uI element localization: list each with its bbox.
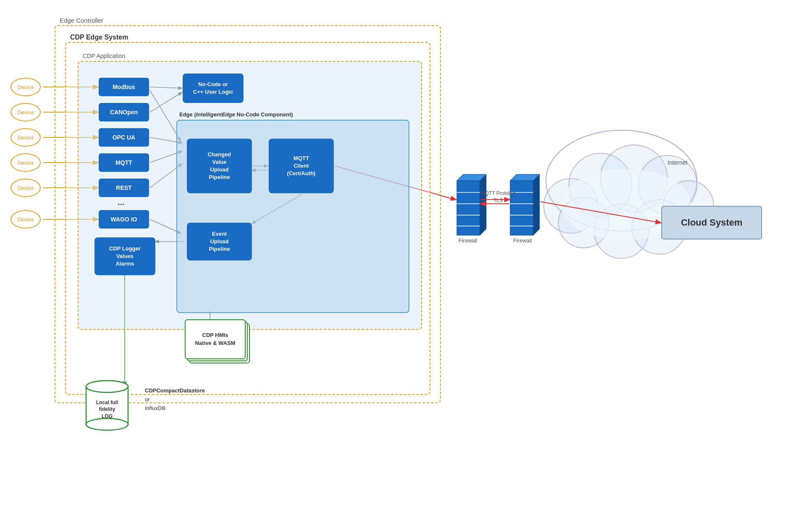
svg-line-49: [540, 202, 660, 223]
wago-btn: WAGO IO: [99, 210, 149, 229]
svg-point-2: [569, 153, 632, 216]
opcua-btn: OPC UA: [99, 128, 149, 147]
svg-point-1: [544, 179, 598, 233]
log-sublabel: CDPCompactDatastoreorInfluxDB: [145, 387, 205, 413]
event-upload-box: EventUploadPipeline: [187, 223, 252, 260]
svg-point-7: [594, 204, 649, 258]
svg-text:Internet: Internet: [668, 159, 688, 166]
hmi-stack: CDP HMIsNative & WASM: [185, 319, 248, 361]
svg-text:fidelity: fidelity: [99, 406, 115, 412]
log-cylinder: Local full fidelity LOG: [82, 378, 141, 433]
device-1: Device: [10, 78, 41, 96]
svg-text:LOG: LOG: [102, 413, 113, 419]
device-4: Device: [10, 153, 41, 172]
svg-point-4: [638, 155, 697, 214]
rest-btn: REST: [99, 179, 149, 197]
svg-marker-19: [510, 174, 540, 181]
no-code-box: No-Code orC++ User Logic: [183, 74, 244, 103]
svg-rect-11: [457, 181, 480, 235]
svg-point-53: [86, 418, 128, 430]
svg-point-6: [558, 197, 609, 248]
canopen-btn: CANOpen: [99, 103, 149, 121]
mqtt-btn: MQTT: [99, 153, 149, 172]
firewall-2: [510, 174, 540, 235]
svg-marker-12: [457, 174, 486, 181]
cdp-logger-box: CDP LoggerValuesAlarms: [94, 237, 155, 275]
cdp-application-label: CDP Application: [83, 53, 125, 59]
device-2: Device: [10, 103, 41, 121]
svg-marker-13: [480, 174, 486, 235]
svg-rect-18: [510, 181, 533, 235]
cloud-system-box: Cloud System: [661, 206, 762, 239]
device-3: Device: [10, 128, 41, 147]
changed-value-box: ChangedValueUploadPipeline: [187, 139, 252, 193]
svg-text:Local full: Local full: [96, 400, 118, 405]
mqtt-protobuf-label: MQTT ProtobufTLS: [481, 190, 515, 204]
mqtt-client-box: MQTTClient(Cert/Auth): [269, 139, 334, 193]
firewall-1-label: Firewall: [458, 237, 477, 244]
firewall-2-label: Firewall: [513, 237, 532, 244]
modbus-btn: Modbus: [99, 78, 149, 96]
cdp-edge-system-label: CDP Edge System: [70, 34, 128, 41]
svg-marker-20: [533, 174, 540, 235]
edge-controller-label: Edge Controller: [60, 17, 103, 24]
edge-inner-label: Edge (IntelligentEdge No-Code Component): [179, 111, 293, 118]
dots-label: ...: [118, 197, 125, 207]
device-5: Device: [10, 179, 41, 197]
diagram-container: Internet: [0, 0, 812, 526]
device-6: Device: [10, 210, 41, 229]
firewall-1: [457, 174, 486, 235]
svg-point-3: [600, 145, 668, 212]
